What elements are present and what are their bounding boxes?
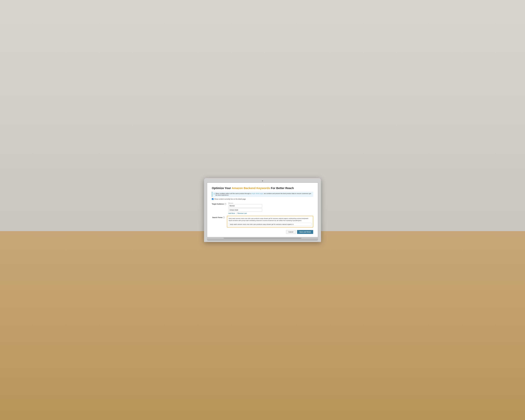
remove-last-link[interactable]: Remove Last (238, 213, 247, 214)
target-audience-field-1[interactable] (228, 204, 262, 207)
target-audience-help-icon[interactable]: ? (225, 203, 226, 205)
search-terms-row: Search Terms ? body wash women mens men … (212, 216, 313, 227)
target-audience-inputs: Women Add More | Remove Last (228, 202, 313, 214)
checkbox-label: Show content currently live on the detai… (214, 198, 246, 200)
search-terms-box: body wash women mens men skin care produ… (227, 216, 313, 227)
search-terms-description: body wash women mens men skin care produ… (229, 217, 311, 222)
laptop-camera (262, 180, 263, 181)
info-text: When multiple sellers sell the same prod… (216, 193, 312, 196)
title-part1: Optimize Your (212, 187, 232, 190)
laptop-base (207, 238, 318, 241)
target-audience-field-2[interactable] (228, 208, 262, 212)
laptop-frame: Optimize Your Amazon Backend Keywords Fo… (204, 178, 321, 242)
form-section: Target Audience ? Women Add More | (212, 202, 313, 227)
target-audience-hint: Women (228, 202, 313, 204)
show-content-checkbox[interactable] (212, 198, 214, 200)
target-audience-label: Target Audience ? (212, 202, 226, 205)
search-terms-label: Search Terms ? (212, 216, 225, 218)
search-terms-inputs: body wash women mens men skin care produ… (227, 216, 313, 227)
title-highlight: Amazon Backend Keywords (232, 187, 270, 190)
title-part2: For Better Reach (270, 187, 294, 190)
search-terms-help-icon[interactable]: ? (223, 217, 225, 218)
search-terms-input[interactable] (229, 223, 311, 226)
laptop-screen: Optimize Your Amazon Backend Keywords Fo… (207, 182, 318, 237)
laptop-base-bar (224, 238, 301, 239)
info-icon: ℹ (214, 193, 215, 195)
checkbox-row: Show content currently live on the detai… (212, 198, 313, 200)
button-row: Cancel Save and finish (212, 230, 313, 234)
info-box: ℹ When multiple sellers sell the same pr… (212, 192, 313, 197)
target-audience-input-group: Add More | Remove Last (228, 204, 313, 214)
screen-content: Optimize Your Amazon Backend Keywords Fo… (207, 183, 318, 237)
save-finish-button[interactable]: Save and finish (297, 230, 313, 234)
target-audience-links: Add More | Remove Last (228, 213, 313, 214)
add-more-link[interactable]: Add More (228, 213, 235, 214)
info-link[interactable]: single detail page (252, 193, 263, 194)
page-title: Optimize Your Amazon Backend Keywords Fo… (212, 186, 313, 190)
cancel-button[interactable]: Cancel (286, 230, 296, 234)
target-audience-row: Target Audience ? Women Add More | (212, 202, 313, 214)
link-separator: | (236, 213, 236, 214)
